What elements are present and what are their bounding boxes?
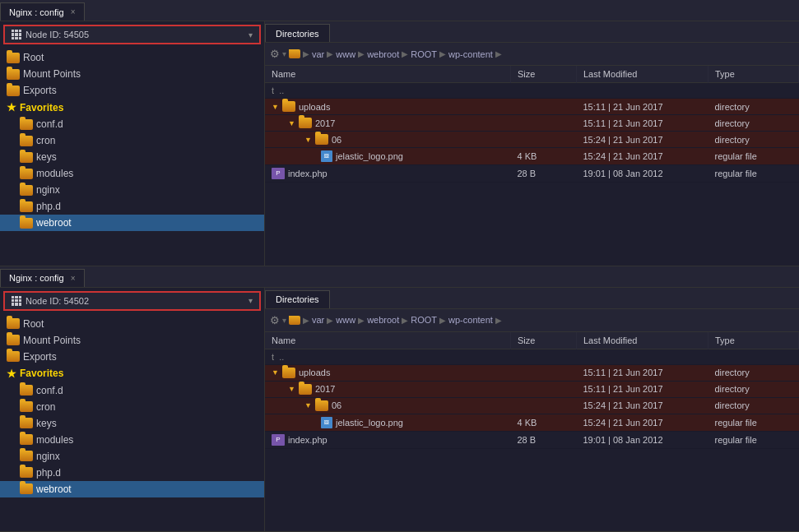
tab-label-top: Nginx : config: [9, 7, 64, 17]
breadcrumb-www-top[interactable]: www: [336, 49, 355, 59]
breadcrumb-bar-top: ⚙ ▾ ▶ var ▶ www ▶ webroot ▶ ROOT ▶ wp-co…: [265, 43, 799, 66]
table-row[interactable]: P index.php 28 B 19:01 | 08 Jan 2012 reg…: [265, 165, 799, 183]
cell-name: P index.php: [265, 165, 511, 183]
sidebar-item-cron-bottom[interactable]: cron: [0, 399, 264, 415]
dir-tab-bar-bottom: Directories: [265, 288, 799, 309]
table-row[interactable]: ▼ 06 15:24 | 21 Jun 2017 directory: [265, 397, 799, 414]
sidebar-item-label: php.d: [36, 467, 61, 479]
table-row[interactable]: 🖼 jelastic_logo.png 4 KB 15:24 | 21 Jun …: [265, 414, 799, 431]
cell-modified: [577, 349, 708, 364]
png-icon: 🖼: [321, 417, 332, 428]
expand-icon[interactable]: ▼: [272, 103, 279, 111]
cell-name: ▼ uploads: [265, 364, 511, 381]
file-table-bottom: Name Size Last Modified Type t ..: [265, 332, 799, 532]
folder-icon: [20, 434, 33, 445]
cell-type: [708, 83, 799, 99]
sidebar-item-nginx-bottom[interactable]: nginx: [0, 448, 264, 465]
sidebar-item-exports-top[interactable]: Exports: [0, 82, 264, 99]
sidebar-item-keys-top[interactable]: keys: [0, 149, 264, 165]
breadcrumb-var-top[interactable]: var: [312, 49, 324, 59]
cell-type: [708, 349, 799, 364]
sidebar-item-webroot-top[interactable]: webroot: [0, 215, 264, 231]
sidebar-item-label: webroot: [36, 217, 72, 229]
sidebar-item-cron-top[interactable]: cron: [0, 132, 264, 149]
gear-icon-bottom[interactable]: ⚙: [270, 314, 280, 326]
folder-icon: [20, 401, 33, 412]
sidebar-item-label: Root: [23, 52, 44, 63]
sidebar-item-modules-top[interactable]: modules: [0, 165, 264, 182]
breadcrumb-root-top[interactable]: ROOT: [411, 49, 437, 59]
sidebar-item-phpdot-bottom[interactable]: php.d: [0, 465, 264, 481]
breadcrumb-webroot-top[interactable]: webroot: [367, 49, 399, 59]
sidebar-top: Node ID: 54505 ▾ Root Mount Points: [0, 21, 265, 266]
tab-nginx-config-top[interactable]: Nginx : config ×: [0, 2, 85, 21]
breadcrumb-wpcontent-bottom[interactable]: wp-content: [448, 315, 493, 325]
sidebar-item-webroot-bottom[interactable]: webroot: [0, 481, 264, 497]
tab-close-bottom[interactable]: ×: [71, 274, 76, 283]
table-row[interactable]: ▼ 2017 15:11 | 21 Jun 2017 directory: [265, 381, 799, 397]
sidebar-item-mountpoints-bottom[interactable]: Mount Points: [0, 332, 264, 349]
panel-content-bottom: Node ID: 54502 ▾ Root Mount Points: [0, 288, 799, 532]
file-name: uploads: [299, 368, 331, 377]
expand-icon[interactable]: ▼: [304, 136, 312, 144]
sidebar-item-modules-bottom[interactable]: modules: [0, 432, 264, 448]
node-selector-top[interactable]: Node ID: 54505 ▾: [3, 25, 261, 44]
breadcrumb-www-bottom[interactable]: www: [336, 315, 355, 325]
table-row[interactable]: 🖼 jelastic_logo.png 4 KB 15:24 | 21 Jun …: [265, 148, 799, 165]
node-id-bottom: Node ID: 54502: [26, 296, 244, 306]
sidebar-item-label: Root: [23, 318, 44, 330]
breadcrumb-var-bottom[interactable]: var: [312, 315, 324, 325]
cell-type: directory: [708, 364, 799, 381]
breadcrumb-bar-bottom: ⚙ ▾ ▶ var ▶ www ▶ webroot ▶ ROOT ▶ wp-co…: [265, 309, 799, 332]
sidebar-section-label: Favorites: [20, 368, 63, 379]
folder-icon: [20, 119, 33, 130]
png-icon: 🖼: [321, 150, 332, 162]
expand-icon[interactable]: ▼: [288, 119, 295, 127]
node-selector-bottom[interactable]: Node ID: 54502 ▾: [3, 291, 261, 311]
table-row[interactable]: ▼ 2017 15:11 | 21 Jun 2017 directory: [265, 115, 799, 132]
gear-icon-top[interactable]: ⚙: [270, 48, 280, 60]
table-row[interactable]: ▼ uploads 15:11 | 21 Jun 2017 directory: [265, 99, 799, 115]
sidebar-item-nginx-top[interactable]: nginx: [0, 182, 264, 198]
breadcrumb-sep: ▾: [282, 49, 286, 58]
breadcrumb-root-bottom[interactable]: ROOT: [411, 315, 437, 325]
tab-close-top[interactable]: ×: [71, 7, 76, 16]
folder-icon: [20, 418, 33, 428]
table-header-top: Name Size Last Modified Type: [265, 66, 799, 83]
folder-icon: [7, 335, 20, 345]
sidebar-item-mountpoints-top[interactable]: Mount Points: [0, 66, 264, 82]
cell-modified: 15:11 | 21 Jun 2017: [577, 99, 708, 115]
cell-modified: 15:24 | 21 Jun 2017: [577, 132, 708, 148]
sidebar-item-label: Mount Points: [23, 335, 81, 346]
sidebar-item-keys-bottom[interactable]: keys: [0, 415, 264, 432]
dir-tab-top[interactable]: Directories: [265, 24, 330, 42]
expand-icon[interactable]: ▼: [288, 385, 295, 393]
table-row[interactable]: P index.php 28 B 19:01 | 08 Jan 2012 reg…: [265, 431, 799, 448]
table-row[interactable]: ▼ uploads 15:11 | 21 Jun 2017 directory: [265, 364, 799, 381]
table-row[interactable]: t ..: [265, 83, 799, 99]
col-name-bottom: Name: [265, 332, 511, 349]
breadcrumb-webroot-bottom[interactable]: webroot: [367, 315, 399, 325]
file-name: 2017: [315, 384, 335, 394]
sidebar-item-phpdot-top[interactable]: php.d: [0, 198, 264, 215]
sidebar-item-root-bottom[interactable]: Root: [0, 316, 264, 332]
breadcrumb-wpcontent-top[interactable]: wp-content: [448, 49, 493, 59]
expand-icon[interactable]: ▼: [272, 368, 279, 377]
folder-icon: [20, 152, 33, 163]
cell-modified: 15:24 | 21 Jun 2017: [577, 148, 708, 165]
cell-name: ▼ 06: [265, 132, 511, 148]
panel-top: Nginx : config ×: [0, 0, 799, 266]
expand-icon[interactable]: ▼: [304, 401, 312, 409]
sidebar-item-exports-bottom[interactable]: Exports: [0, 349, 264, 365]
sidebar-item-label: keys: [36, 418, 57, 429]
sidebar-item-confd-bottom[interactable]: conf.d: [0, 382, 264, 399]
dir-tab-bottom[interactable]: Directories: [265, 290, 330, 308]
file-name: 06: [332, 400, 341, 410]
file-name: jelastic_logo.png: [336, 151, 403, 161]
table-row[interactable]: ▼ 06 15:24 | 21 Jun 2017 directory: [265, 132, 799, 148]
table-row[interactable]: t ..: [265, 349, 799, 364]
sidebar-item-label: Mount Points: [23, 68, 81, 80]
sidebar-item-confd-top[interactable]: conf.d: [0, 116, 264, 132]
tab-nginx-config-bottom[interactable]: Nginx : config ×: [0, 269, 85, 287]
sidebar-item-root-top[interactable]: Root: [0, 49, 264, 66]
